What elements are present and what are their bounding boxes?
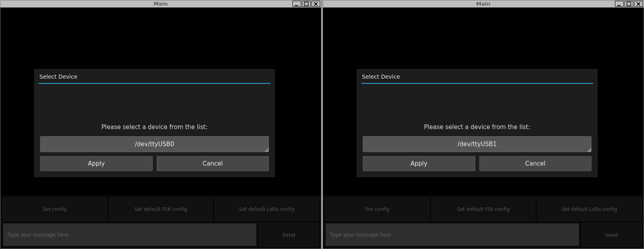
titlebar-buttons	[615, 1, 643, 7]
message-input[interactable]	[325, 223, 579, 246]
titlebar[interactable]: Main	[0, 0, 321, 8]
dialog-title: Select Device	[362, 73, 592, 80]
svg-rect-5	[627, 2, 631, 6]
maximize-button[interactable]	[625, 1, 633, 7]
device-select-value: /dev/ttyUSB1	[457, 141, 497, 148]
dialog-body: Please select a device from the list: /d…	[35, 84, 274, 177]
dialog-actions: Apply Cancel	[363, 156, 591, 171]
dialog-actions: Apply Cancel	[40, 156, 269, 171]
minimize-icon	[294, 2, 299, 6]
select-device-dialog: Select Device Please select a device fro…	[34, 69, 275, 177]
message-row: Send	[3, 223, 319, 246]
cancel-button[interactable]: Cancel	[479, 156, 592, 171]
set-config-label: Set config	[365, 207, 389, 212]
dialog-prompt: Please select a device from the list:	[40, 124, 269, 131]
set-config-label: Set config	[43, 207, 66, 212]
dialog-header: Select Device	[357, 69, 597, 83]
client-area: Select Device Please select a device fro…	[323, 8, 644, 249]
config-button-row: Set config Set default FSK config Set de…	[325, 198, 641, 221]
dialog-body: Please select a device from the list: /d…	[357, 84, 597, 177]
set-fsk-config-label: Set default FSK config	[134, 207, 187, 212]
svg-rect-0	[295, 5, 298, 6]
set-lora-config-button[interactable]: Set default LoRa config	[215, 198, 319, 221]
minimize-button[interactable]	[292, 1, 301, 7]
dialog-header: Select Device	[35, 69, 274, 83]
send-button-label: Send	[605, 232, 618, 238]
set-fsk-config-button[interactable]: Set default FSK config	[432, 198, 535, 221]
message-row: Send	[325, 223, 641, 246]
window-title: Main	[476, 1, 490, 7]
bottom-bar: Set config Set default FSK config Set de…	[323, 195, 644, 249]
bottom-bar: Set config Set default FSK config Set de…	[0, 195, 321, 249]
maximize-button[interactable]	[302, 1, 311, 7]
maximize-icon	[626, 2, 631, 6]
client-area: Select Device Please select a device fro…	[0, 8, 321, 249]
apply-button[interactable]: Apply	[363, 156, 475, 171]
close-button[interactable]	[634, 1, 643, 7]
cancel-button-label: Cancel	[202, 160, 223, 167]
device-select[interactable]: /dev/ttyUSB1	[363, 136, 591, 152]
apply-button-label: Apply	[88, 160, 105, 167]
titlebar-buttons	[292, 1, 320, 7]
cancel-button[interactable]: Cancel	[157, 156, 269, 171]
set-fsk-config-button[interactable]: Set default FSK config	[109, 198, 213, 221]
message-input[interactable]	[3, 223, 257, 246]
desktop: Main Select Device Please	[0, 0, 644, 249]
device-select[interactable]: /dev/ttyUSB0	[40, 136, 269, 152]
set-lora-config-label: Set default LoRa config	[239, 207, 294, 212]
titlebar[interactable]: Main	[323, 0, 644, 8]
close-icon	[636, 2, 641, 6]
device-select-value: /dev/ttyUSB0	[135, 141, 174, 148]
set-fsk-config-label: Set default FSK config	[457, 207, 510, 212]
apply-button-label: Apply	[411, 160, 427, 167]
send-button[interactable]: Send	[582, 223, 641, 246]
window-main-0: Main Select Device Please	[0, 0, 321, 249]
close-icon	[313, 2, 318, 6]
set-config-button[interactable]: Set config	[3, 198, 107, 221]
minimize-button[interactable]	[615, 1, 624, 7]
set-lora-config-button[interactable]: Set default LoRa config	[537, 198, 641, 221]
window-main-1: Main Select Device Please	[323, 0, 644, 249]
apply-button[interactable]: Apply	[40, 156, 153, 171]
send-button[interactable]: Send	[259, 223, 319, 246]
minimize-icon	[617, 2, 622, 6]
set-config-button[interactable]: Set config	[325, 198, 429, 221]
dialog-title: Select Device	[39, 73, 270, 80]
maximize-icon	[304, 2, 309, 6]
set-lora-config-label: Set default LoRa config	[562, 207, 617, 212]
dialog-prompt: Please select a device from the list:	[363, 124, 591, 131]
window-title: Main	[154, 1, 167, 7]
close-button[interactable]	[311, 1, 320, 7]
send-button-label: Send	[282, 232, 296, 238]
svg-rect-4	[617, 5, 621, 6]
config-button-row: Set config Set default FSK config Set de…	[3, 198, 319, 221]
select-device-dialog: Select Device Please select a device fro…	[357, 69, 597, 177]
svg-rect-1	[304, 2, 308, 6]
cancel-button-label: Cancel	[525, 160, 545, 167]
